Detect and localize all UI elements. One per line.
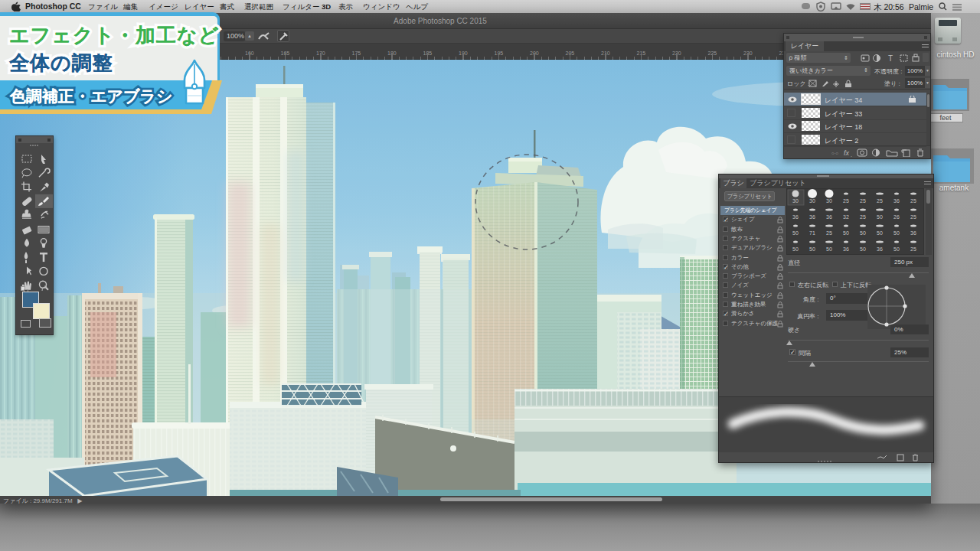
svg-text:36: 36	[826, 214, 832, 220]
svg-text:50: 50	[843, 230, 849, 236]
svg-text:25: 25	[910, 198, 916, 204]
svg-text:50: 50	[877, 230, 883, 236]
svg-text:.: .	[851, 152, 852, 157]
svg-text:30: 30	[809, 198, 815, 204]
svg-text:36: 36	[809, 214, 815, 220]
svg-text:25: 25	[860, 198, 866, 204]
svg-text:71: 71	[809, 230, 815, 236]
svg-text:50: 50	[792, 230, 799, 236]
svg-text:25: 25	[910, 246, 916, 252]
svg-text:50: 50	[877, 214, 883, 220]
svg-text:⧟: ⧟	[831, 149, 838, 157]
svg-text:32: 32	[843, 214, 849, 220]
svg-text:36: 36	[910, 230, 916, 236]
svg-text:50: 50	[792, 246, 799, 252]
svg-text:30: 30	[792, 198, 799, 204]
svg-text:50: 50	[860, 230, 866, 236]
svg-text:36: 36	[792, 214, 799, 220]
svg-text:25: 25	[877, 198, 883, 204]
svg-text:50: 50	[893, 230, 900, 236]
svg-text:50: 50	[893, 246, 900, 252]
svg-text:50: 50	[809, 246, 815, 252]
svg-text:25: 25	[843, 198, 849, 204]
svg-text:25: 25	[860, 214, 866, 220]
svg-text:50: 50	[860, 246, 866, 252]
svg-text:T: T	[888, 54, 893, 63]
svg-text:36: 36	[893, 198, 900, 204]
svg-text:26: 26	[893, 214, 900, 220]
svg-text:36: 36	[877, 246, 883, 252]
svg-text:30: 30	[826, 198, 832, 204]
svg-text:25: 25	[826, 230, 832, 236]
svg-text:36: 36	[843, 246, 849, 252]
svg-text:fx: fx	[844, 149, 850, 157]
svg-text:50: 50	[826, 246, 832, 252]
svg-text:25: 25	[910, 214, 916, 220]
